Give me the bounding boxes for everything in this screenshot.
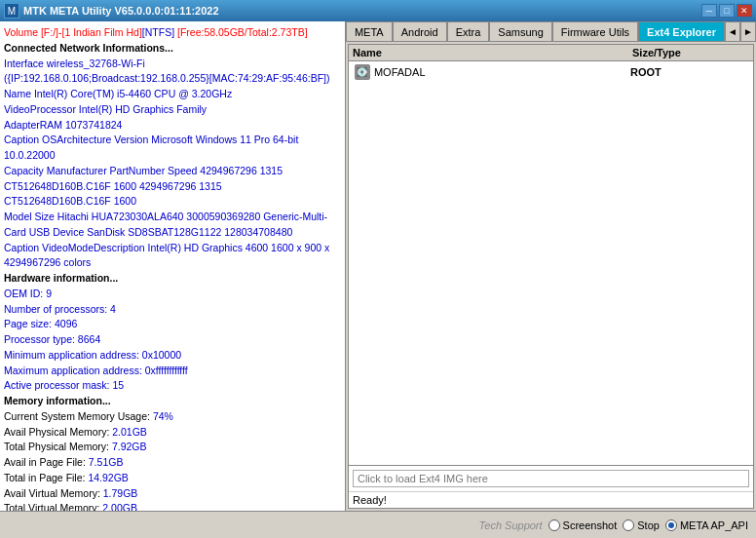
left-panel-line: Number of processors: 4 bbox=[4, 302, 341, 318]
maximize-button[interactable]: □ bbox=[719, 4, 735, 18]
tech-support-label: Tech Support bbox=[479, 519, 543, 531]
left-panel: Volume [F:/]-[1 Indian Film Hd][NTFS] [F… bbox=[0, 21, 346, 511]
row-name: MOFADAL bbox=[374, 66, 630, 78]
col-header-size: Size/Type bbox=[632, 47, 749, 58]
stop-radio[interactable]: Stop bbox=[623, 519, 660, 531]
left-panel-line: Caption OSArchitecture Version Microsoft… bbox=[4, 133, 341, 164]
ext4-load-bar bbox=[349, 465, 753, 491]
stop-label: Stop bbox=[637, 519, 660, 531]
left-panel-line: Name Intel(R) Core(TM) i5-4460 CPU @ 3.2… bbox=[4, 87, 341, 102]
window-title: MTK META Utility V65.0.0.0:01:11:2022 bbox=[23, 5, 219, 17]
left-panel-line: Avail Virtual Memory: 1.79GB bbox=[4, 486, 341, 502]
col-header-name: Name bbox=[353, 47, 632, 58]
meta-api-radio[interactable]: META AP_API bbox=[665, 519, 748, 531]
left-panel-line: OEM ID: 9 bbox=[4, 287, 341, 302]
ext4-table-body: 💽 MOFADAL ROOT bbox=[349, 61, 753, 465]
close-button[interactable]: ✕ bbox=[737, 4, 752, 18]
left-panel-line: Caption VideoModeDescription Intel(R) HD… bbox=[4, 241, 341, 272]
tab-scroll-left[interactable]: ◄ bbox=[725, 21, 740, 41]
screenshot-radio[interactable]: Screenshot bbox=[548, 519, 618, 531]
title-bar: M MTK META Utility V65.0.0.0:01:11:2022 … bbox=[0, 0, 756, 21]
tab-samsung[interactable]: Samsung bbox=[489, 21, 551, 41]
screenshot-radio-circle bbox=[548, 519, 560, 531]
left-panel-line: Avail in Page File: 7.51GB bbox=[4, 455, 341, 471]
left-panel-line: Maximum application address: 0xfffffffff… bbox=[4, 364, 341, 379]
left-panel-line: AdapterRAM 1073741824 bbox=[4, 118, 341, 134]
left-panel-line: Interface wireless_32768-Wi-Fi ({IP:192.… bbox=[4, 57, 341, 88]
stop-radio-circle bbox=[623, 519, 634, 531]
tab-bar: META Android Extra Samsung Firmware Util… bbox=[346, 21, 756, 42]
left-panel-line: Active processor mask: 15 bbox=[4, 378, 341, 394]
left-panel-line: Model Size Hitachi HUA723030ALA640 30005… bbox=[4, 210, 341, 241]
window-controls[interactable]: ─ □ ✕ bbox=[701, 4, 752, 18]
drive-icon: 💽 bbox=[355, 64, 370, 80]
meta-api-label: META AP_API bbox=[680, 519, 748, 531]
left-panel-line: VideoProcessor Intel(R) HD Graphics Fami… bbox=[4, 102, 341, 118]
row-size: ROOT bbox=[630, 66, 747, 78]
right-panel: META Android Extra Samsung Firmware Util… bbox=[346, 21, 756, 511]
ext4-area: Name Size/Type 💽 MOFADAL ROOT Ready! bbox=[348, 44, 754, 509]
meta-api-radio-circle bbox=[665, 519, 677, 531]
tab-firmware[interactable]: Firmware Utils bbox=[552, 21, 638, 41]
app-icon: M bbox=[4, 3, 19, 19]
left-panel-line: Avail Physical Memory: 2.01GB bbox=[4, 425, 341, 441]
left-panel-line: Total Physical Memory: 7.92GB bbox=[4, 440, 341, 455]
table-row[interactable]: 💽 MOFADAL ROOT bbox=[351, 63, 751, 81]
section-header: Hardware information... bbox=[4, 271, 341, 287]
tab-android[interactable]: Android bbox=[393, 21, 447, 41]
tab-ext4[interactable]: Ext4 Explorer bbox=[638, 21, 725, 41]
left-panel-line: Capacity Manufacturer PartNumber Speed 4… bbox=[4, 164, 341, 179]
tab-scroll-right[interactable]: ► bbox=[740, 21, 756, 41]
main-container: Volume [F:/]-[1 Indian Film Hd][NTFS] [F… bbox=[0, 21, 756, 511]
section-header: Connected Network Informations... bbox=[4, 41, 341, 57]
left-panel-line: Total in Page File: 14.92GB bbox=[4, 471, 341, 486]
ext4-status: Ready! bbox=[349, 491, 753, 508]
screenshot-label: Screenshot bbox=[563, 519, 618, 531]
tab-extra[interactable]: Extra bbox=[447, 21, 490, 41]
bottom-bar: Tech Support Screenshot Stop META AP_API bbox=[0, 511, 756, 538]
left-panel-line: Total Virtual Memory: 2.00GB bbox=[4, 501, 341, 511]
tab-meta[interactable]: META bbox=[346, 21, 393, 41]
left-panel-line: Current System Memory Usage: 74% bbox=[4, 409, 341, 425]
minimize-button[interactable]: ─ bbox=[701, 4, 717, 18]
left-panel-line: Page size: 4096 bbox=[4, 317, 341, 332]
left-panel-line: Volume [F:/]-[1 Indian Film Hd][NTFS] [F… bbox=[4, 25, 341, 41]
left-panel-line: CT512648D160B.C16F 1600 bbox=[4, 194, 341, 210]
left-panel-line: Minimum application address: 0x10000 bbox=[4, 348, 341, 364]
left-panel-line: Processor type: 8664 bbox=[4, 332, 341, 348]
ext4-table-header: Name Size/Type bbox=[349, 45, 753, 61]
title-bar-left: M MTK META Utility V65.0.0.0:01:11:2022 bbox=[4, 3, 219, 19]
ext4-load-input[interactable] bbox=[353, 470, 749, 487]
section-header: Memory information... bbox=[4, 394, 341, 409]
left-panel-line: CT512648D160B.C16F 1600 4294967296 1315 bbox=[4, 179, 341, 195]
